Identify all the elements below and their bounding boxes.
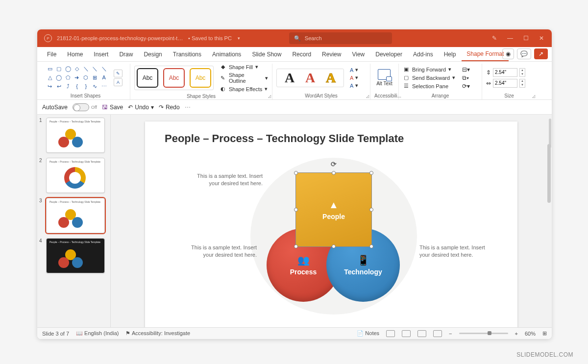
tab-review[interactable]: Review xyxy=(317,48,346,61)
ribbon-tabs: File Home Insert Draw Design Transitions… xyxy=(37,47,552,62)
resize-handle[interactable] xyxy=(369,244,373,248)
bring-forward-button[interactable]: ▣Bring Forward ▾ xyxy=(403,66,455,73)
resize-handle[interactable] xyxy=(294,244,298,248)
tab-home[interactable]: Home xyxy=(62,48,88,61)
comments-button[interactable]: 💬 xyxy=(517,49,531,59)
slide-thumbnail-1[interactable]: People – Process – Technology Slide Temp… xyxy=(46,118,105,153)
style-preset-1[interactable]: Abc xyxy=(137,68,158,88)
tab-record[interactable]: Record xyxy=(287,48,316,61)
resize-handle[interactable] xyxy=(294,208,298,212)
people-shape-selected[interactable]: ⟳ ▲ People xyxy=(295,172,372,247)
zoom-in-button[interactable]: + xyxy=(515,331,518,337)
share-button[interactable]: ↗ xyxy=(534,49,548,59)
text-outline-button[interactable]: A▾ xyxy=(350,74,358,81)
dialog-launcher-icon[interactable]: ◿ xyxy=(532,94,535,98)
group-label: Accessibili... xyxy=(374,92,394,98)
tab-slideshow[interactable]: Slide Show xyxy=(247,48,286,61)
align-button[interactable]: ⊟▾ xyxy=(462,66,470,73)
dialog-launcher-icon[interactable]: ◿ xyxy=(366,94,369,98)
slide-thumbnail-2[interactable]: People – Process – Technology Slide Temp… xyxy=(46,158,105,193)
shape-fill-button[interactable]: ◆Shape Fill ▾ xyxy=(220,64,268,70)
wordart-preset-3[interactable]: A xyxy=(322,70,340,86)
undo-button[interactable]: ↶Undo ▾ xyxy=(128,104,154,111)
autosave-toggle[interactable] xyxy=(73,103,89,111)
document-title[interactable]: 21812-01-people-process-technology-power… xyxy=(57,35,184,41)
sorter-view-button[interactable] xyxy=(402,330,411,337)
search-box[interactable]: 🔍 Search xyxy=(289,32,392,44)
group-wordart: A A A A▾ A▾ A▾ WordArt Styles ◿ xyxy=(272,64,370,99)
text-box-button[interactable]: A xyxy=(114,78,122,86)
camera-button[interactable]: ◉ xyxy=(502,49,514,59)
shape-styles-gallery[interactable]: Abc Abc Abc xyxy=(134,66,214,90)
slide-thumbnail-4[interactable]: People – Process – Technology Slide Temp… xyxy=(46,238,105,273)
close-button[interactable]: ✕ xyxy=(538,35,545,42)
zoom-level[interactable]: 60% xyxy=(525,331,536,337)
slide-indicator[interactable]: Slide 3 of 7 xyxy=(42,331,69,337)
style-preset-2[interactable]: Abc xyxy=(163,68,185,88)
tab-design[interactable]: Design xyxy=(139,48,167,61)
shape-width-input[interactable] xyxy=(493,79,517,88)
slide-title[interactable]: People – Process – Technology Slide Temp… xyxy=(165,132,404,145)
sample-text-1[interactable]: This is a sample text. Insert your desir… xyxy=(194,172,263,188)
send-backward-button[interactable]: ▢Send Backward ▾ xyxy=(403,74,455,81)
selection-pane-button[interactable]: ☰Selection Pane xyxy=(403,83,455,89)
maximize-button[interactable]: ☐ xyxy=(522,35,529,42)
qat-overflow[interactable]: ⋯ xyxy=(185,104,191,111)
reading-view-button[interactable] xyxy=(417,330,426,337)
shape-height-input[interactable] xyxy=(493,68,517,77)
save-button[interactable]: 🖫Save xyxy=(102,104,123,111)
width-spinner[interactable]: ▲▼ xyxy=(519,79,525,88)
wordart-gallery[interactable]: A A A xyxy=(276,69,344,87)
vertical-scrollbar[interactable] xyxy=(547,144,551,203)
dialog-launcher-icon[interactable]: ◿ xyxy=(268,94,271,98)
tab-draw[interactable]: Draw xyxy=(114,48,138,61)
shapes-gallery[interactable]: ▭▢◯◇＼＼＼ △◯⬠➜⬡⊞A ↪↩⤴{}∿⋯ xyxy=(45,65,109,91)
height-spinner[interactable]: ▲▼ xyxy=(519,68,525,77)
zoom-out-button[interactable]: − xyxy=(449,331,452,337)
language-indicator[interactable]: 📖 English (India) xyxy=(76,330,119,337)
accessibility-status[interactable]: ⚑ Accessibility: Investigate xyxy=(125,330,190,337)
group-button[interactable]: ⧉▾ xyxy=(462,74,470,81)
tab-insert[interactable]: Insert xyxy=(89,48,113,61)
tab-view[interactable]: View xyxy=(347,48,369,61)
width-icon: ⇔ xyxy=(486,80,491,87)
rotation-handle[interactable]: ⟳ xyxy=(331,160,337,168)
chevron-down-icon[interactable]: ▾ xyxy=(238,36,240,41)
resize-handle[interactable] xyxy=(369,171,373,175)
normal-view-button[interactable] xyxy=(386,330,395,337)
wordart-preset-2[interactable]: A xyxy=(301,70,319,86)
text-fill-button[interactable]: A▾ xyxy=(350,67,358,73)
slideshow-view-button[interactable] xyxy=(433,330,442,337)
edit-shape-button[interactable]: ✎ xyxy=(114,70,122,77)
tab-transitions[interactable]: Transitions xyxy=(168,48,206,61)
style-preset-3[interactable]: Abc xyxy=(190,68,211,88)
mic-icon[interactable]: ✎ xyxy=(491,35,498,42)
alt-text-button[interactable]: Alt Text xyxy=(376,69,392,86)
wordart-preset-1[interactable]: A xyxy=(281,70,298,86)
slide-thumbnail-panel[interactable]: 1 People – Process – Technology Slide Te… xyxy=(37,115,111,327)
tab-file[interactable]: File xyxy=(42,48,61,61)
rotate-button[interactable]: ⟳▾ xyxy=(462,83,470,90)
minimize-button[interactable]: — xyxy=(507,35,514,42)
shape-outline-button[interactable]: ✎Shape Outline ▾ xyxy=(220,72,268,84)
tab-shape-format[interactable]: Shape Format xyxy=(462,48,509,61)
text-effects-button[interactable]: A▾ xyxy=(350,82,358,89)
resize-handle[interactable] xyxy=(294,171,298,175)
sample-text-2[interactable]: This is a sample text. Insert your desir… xyxy=(188,244,257,259)
zoom-slider[interactable] xyxy=(459,333,508,334)
tab-help[interactable]: Help xyxy=(439,48,461,61)
slide-canvas-area[interactable]: People – Process – Technology Slide Temp… xyxy=(111,115,552,327)
tab-developer[interactable]: Developer xyxy=(370,48,407,61)
tab-addins[interactable]: Add-ins xyxy=(408,48,438,61)
slide[interactable]: People – Process – Technology Slide Temp… xyxy=(145,121,517,327)
tab-animations[interactable]: Animations xyxy=(207,48,246,61)
resize-handle[interactable] xyxy=(332,244,336,248)
slide-thumbnail-3[interactable]: People – Process – Technology Slide Temp… xyxy=(46,198,105,233)
shape-effects-button[interactable]: ◐Shape Effects ▾ xyxy=(220,86,268,92)
fit-to-window-button[interactable]: ⊞ xyxy=(542,330,547,337)
resize-handle[interactable] xyxy=(332,171,336,175)
sample-text-3[interactable]: This is a sample text. Insert your desir… xyxy=(419,244,488,259)
redo-button[interactable]: ↷Redo xyxy=(159,104,180,111)
notes-button[interactable]: 📄 Notes xyxy=(357,330,379,337)
resize-handle[interactable] xyxy=(369,208,373,212)
